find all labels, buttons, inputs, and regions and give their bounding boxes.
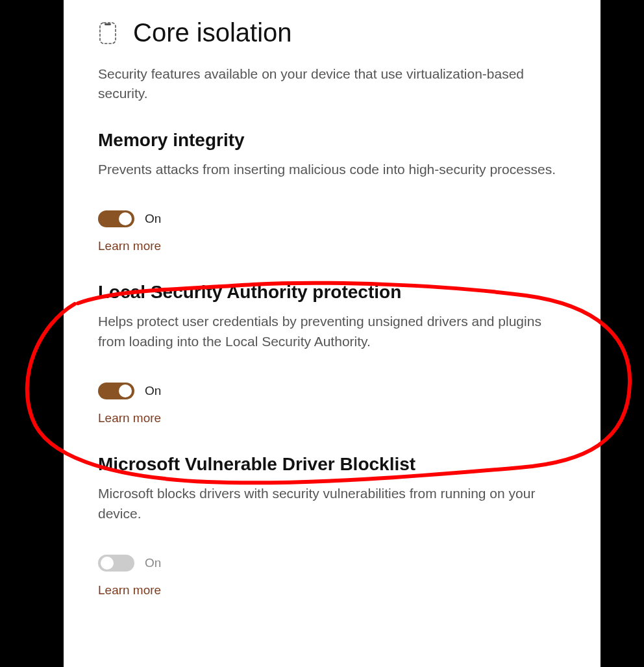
section-description: Prevents attacks from inserting maliciou… [98,160,572,179]
section-title: Microsoft Vulnerable Driver Blocklist [98,454,572,475]
toggle-row: On [98,210,572,227]
page-title: Core isolation [133,18,292,47]
toggle-state-label: On [145,384,161,398]
page-title-row: Core isolation [98,18,572,47]
section-memory-integrity: Memory integrity Prevents attacks from i… [98,130,572,253]
memory-integrity-toggle[interactable] [98,210,134,227]
section-description: Microsoft blocks drivers with security v… [98,484,572,523]
core-isolation-icon [98,21,118,45]
page-subtitle: Security features available on your devi… [98,64,565,104]
toggle-state-label: On [145,556,161,570]
svg-rect-1 [105,23,111,25]
learn-more-link[interactable]: Learn more [98,583,161,598]
vulnerable-driver-blocklist-toggle [98,555,134,572]
toggle-row: On [98,383,572,399]
section-vulnerable-driver-blocklist: Microsoft Vulnerable Driver Blocklist Mi… [98,454,572,598]
toggle-state-label: On [145,212,161,226]
lsa-protection-toggle[interactable] [98,383,134,399]
section-title: Local Security Authority protection [98,282,572,303]
section-description: Helps protect user credentials by preven… [98,312,572,351]
settings-panel: Core isolation Security features availab… [64,0,601,667]
svg-rect-0 [100,23,116,44]
section-lsa-protection: Local Security Authority protection Help… [98,282,572,425]
learn-more-link[interactable]: Learn more [98,411,161,425]
toggle-row: On [98,555,572,572]
learn-more-link[interactable]: Learn more [98,239,161,253]
section-title: Memory integrity [98,130,572,151]
